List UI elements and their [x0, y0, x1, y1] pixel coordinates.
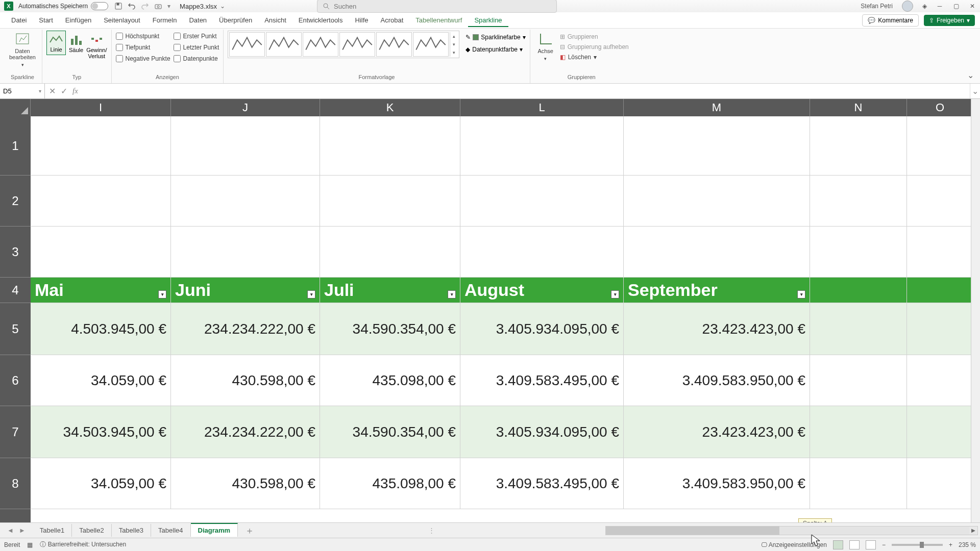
column-header-K[interactable]: K — [320, 99, 460, 116]
row-header-8[interactable]: 8 — [0, 458, 31, 509]
sheet-tab-tabelle4[interactable]: Tabelle4 — [151, 524, 190, 537]
cell[interactable] — [320, 116, 460, 175]
save-icon[interactable] — [114, 2, 122, 10]
row-header-1[interactable]: 1 — [0, 116, 31, 176]
zoom-level[interactable]: 235 % — [959, 541, 976, 548]
pagebreak-view-button[interactable] — [866, 540, 876, 549]
undo-icon[interactable] — [128, 2, 136, 10]
cell[interactable] — [31, 116, 171, 175]
cell[interactable] — [810, 406, 907, 458]
sheet-tab-tabelle3[interactable]: Tabelle3 — [112, 524, 151, 537]
menu-tab-acrobat[interactable]: Acrobat — [375, 13, 410, 27]
cell[interactable]: 435.098,00 € — [320, 458, 460, 509]
style-thumb[interactable] — [229, 32, 265, 57]
cell[interactable]: 435.098,00 € — [320, 355, 460, 406]
cell[interactable] — [907, 278, 973, 303]
scroll-thumb[interactable] — [606, 527, 779, 535]
cell[interactable] — [320, 227, 460, 277]
row-header-6[interactable]: 6 — [0, 355, 31, 406]
fx-icon[interactable]: fx — [72, 87, 78, 95]
column-header-J[interactable]: J — [171, 99, 320, 116]
cell[interactable]: 3.409.583.950,00 € — [624, 355, 810, 406]
search-box[interactable]: Suchen — [317, 0, 557, 13]
row-header-7[interactable]: 7 — [0, 406, 31, 458]
cell[interactable] — [171, 116, 320, 175]
cells-area[interactable]: Mai▾Juni▾Juli▾August▾September▾4.503.945… — [31, 116, 980, 522]
filter-button[interactable]: ▾ — [611, 290, 619, 298]
style-thumb[interactable] — [413, 32, 449, 57]
row-header-2[interactable]: 2 — [0, 176, 31, 227]
cancel-icon[interactable]: ✕ — [49, 86, 56, 96]
cell[interactable]: 34.059,00 € — [31, 355, 171, 406]
lastpoint-checkbox[interactable]: Letzter Punkt — [174, 44, 219, 51]
menu-tab-daten[interactable]: Daten — [183, 13, 213, 27]
cell[interactable] — [810, 116, 907, 175]
cell[interactable] — [460, 227, 624, 277]
cell[interactable]: 3.405.934.095,00 € — [460, 406, 624, 458]
cell[interactable]: August▾ — [460, 278, 624, 303]
menu-tab-datei[interactable]: Datei — [5, 13, 33, 27]
style-thumb[interactable] — [376, 32, 412, 57]
sheet-tab-tabelle1[interactable]: Tabelle1 — [33, 524, 72, 537]
menu-tab-tabellenentwurf[interactable]: Tabellenentwurf — [409, 13, 468, 27]
filter-button[interactable]: ▾ — [307, 290, 315, 298]
axis-button[interactable]: Achse ▾ — [534, 31, 557, 62]
enter-icon[interactable]: ✓ — [61, 86, 67, 96]
add-sheet-button[interactable]: ＋ — [238, 524, 261, 537]
horizontal-scrollbar[interactable]: ◄ ► — [605, 526, 978, 535]
style-thumb[interactable] — [303, 32, 338, 57]
menu-tab-start[interactable]: Start — [33, 13, 59, 27]
cell[interactable]: 34.590.354,00 € — [320, 406, 460, 458]
cell[interactable]: 430.598,00 € — [171, 355, 320, 406]
style-thumb[interactable] — [266, 32, 302, 57]
pagelayout-view-button[interactable] — [849, 540, 860, 549]
column-header-N[interactable]: N — [810, 99, 907, 116]
cell[interactable] — [171, 227, 320, 277]
row-header-3[interactable]: 3 — [0, 227, 31, 278]
cell[interactable] — [907, 176, 973, 226]
menu-tab-überprüfen[interactable]: Überprüfen — [213, 13, 258, 27]
type-winloss-button[interactable]: Gewinn/ Verlust — [86, 31, 107, 59]
datapoints-checkbox[interactable]: Datenpunkte — [174, 55, 219, 62]
cell[interactable] — [907, 406, 973, 458]
cell[interactable]: 34.590.354,00 € — [320, 303, 460, 355]
formula-input[interactable] — [82, 84, 970, 98]
cell[interactable]: 3.409.583.495,00 € — [460, 355, 624, 406]
cell[interactable] — [810, 278, 907, 303]
normal-view-button[interactable] — [833, 540, 843, 549]
collapse-ribbon-button[interactable]: ⌄ — [964, 67, 977, 83]
filter-button[interactable]: ▾ — [448, 290, 456, 298]
cell[interactable]: 3.405.934.095,00 € — [460, 303, 624, 355]
cell[interactable] — [320, 176, 460, 226]
edit-data-button[interactable]: Daten bearbeiten ▾ — [7, 31, 38, 68]
cell[interactable] — [460, 116, 624, 175]
qat-more-icon[interactable]: ▾ — [167, 3, 170, 10]
cell[interactable] — [810, 303, 907, 355]
cell[interactable]: 234.234.222,00 € — [171, 303, 320, 355]
maximize-button[interactable]: ▢ — [952, 3, 960, 10]
cell[interactable] — [460, 176, 624, 226]
cell[interactable] — [907, 303, 973, 355]
cell[interactable] — [907, 355, 973, 406]
cell[interactable] — [907, 458, 973, 509]
cell[interactable] — [907, 227, 973, 277]
diamond-icon[interactable]: ◈ — [922, 3, 927, 10]
zoom-slider[interactable] — [892, 544, 943, 546]
menu-tab-hilfe[interactable]: Hilfe — [349, 13, 375, 27]
zoom-out-button[interactable]: − — [882, 541, 886, 548]
type-column-button[interactable]: Säule — [69, 31, 83, 53]
cell[interactable] — [810, 176, 907, 226]
filename-chevron-icon[interactable]: ⌄ — [220, 3, 225, 10]
cell[interactable]: Mai▾ — [31, 278, 171, 303]
firstpoint-checkbox[interactable]: Erster Punkt — [174, 33, 219, 40]
cell[interactable]: Juli▾ — [320, 278, 460, 303]
cell[interactable]: 3.409.583.495,00 € — [460, 458, 624, 509]
clear-button[interactable]: ◧Löschen ▾ — [560, 53, 629, 61]
menu-tab-ansicht[interactable]: Ansicht — [258, 13, 292, 27]
style-thumb[interactable] — [339, 32, 375, 57]
cell[interactable]: 234.234.222,00 € — [171, 406, 320, 458]
column-header-O[interactable]: O — [907, 99, 973, 116]
redo-icon[interactable] — [141, 2, 149, 10]
cell[interactable] — [810, 227, 907, 277]
close-button[interactable]: ✕ — [969, 3, 976, 10]
